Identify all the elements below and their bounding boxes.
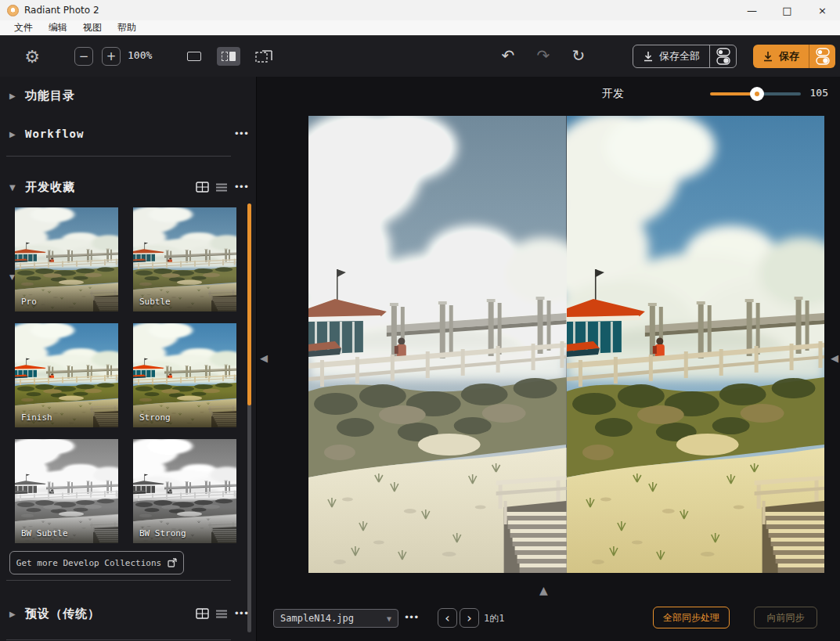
- preset-label: Strong: [139, 412, 171, 423]
- preset-thumbnail-finish[interactable]: Finish: [15, 323, 118, 427]
- collections-menu-icon[interactable]: •••: [234, 182, 248, 193]
- feature-catalog-label: 功能目录: [25, 88, 75, 103]
- workflow-menu-icon[interactable]: •••: [234, 128, 248, 139]
- title-bar: Radiant Photo 2 — □ ×: [0, 0, 840, 20]
- before-after-view: [308, 116, 824, 573]
- save-button-group: 保存: [753, 45, 835, 68]
- develop-slider-value: 105: [810, 87, 828, 99]
- app-logo-icon: [7, 5, 19, 16]
- expand-right-panel-icon[interactable]: ◀: [831, 352, 838, 364]
- save-all-label: 保存全部: [659, 49, 700, 63]
- preset-thumbnail-bw-subtle[interactable]: BW Subtle: [15, 439, 118, 543]
- divider: [6, 639, 231, 640]
- preset-thumbnail-bw-strong[interactable]: BW Strong: [133, 439, 236, 543]
- scrollbar-thumb[interactable]: [247, 203, 251, 405]
- dropdown-arrow-icon: ▼: [387, 614, 391, 623]
- section-presets-legacy[interactable]: ▶ 预设（传统） •••: [0, 603, 256, 625]
- menu-help[interactable]: 帮助: [110, 21, 144, 34]
- sidebar-scrollbar[interactable]: [247, 203, 251, 632]
- divider: [6, 156, 231, 157]
- sync-forward-button[interactable]: 向前同步: [754, 607, 817, 628]
- grid-view-icon[interactable]: [196, 182, 209, 193]
- menu-bar: 文件 编辑 视图 帮助: [0, 20, 840, 36]
- get-more-label: Get more Develop Collections: [16, 558, 161, 568]
- save-all-options-toggle[interactable]: [710, 45, 736, 67]
- preset-thumbnail-strong[interactable]: Strong: [133, 323, 236, 427]
- zoom-out-button[interactable]: −: [74, 47, 93, 66]
- toggle-switches-icon: [816, 48, 830, 65]
- preset-thumbnail-subtle[interactable]: Subtle: [133, 207, 236, 311]
- filename-dropdown[interactable]: SampleN14.jpg ▼: [273, 609, 398, 628]
- compare-view-button[interactable]: [252, 47, 276, 66]
- single-view-button[interactable]: [182, 47, 206, 66]
- develop-collections-label: 开发收藏: [25, 180, 75, 195]
- sync-all-button[interactable]: 全部同步处理: [653, 607, 730, 628]
- minimize-button[interactable]: —: [734, 0, 770, 20]
- download-icon: [643, 51, 654, 62]
- main-canvas: 开发 105 ◀ ◀ ▲ SampleN14.jpg ▼ ••• ‹ › 1的1…: [256, 77, 840, 641]
- expand-bottom-panel-icon[interactable]: ▲: [539, 584, 548, 596]
- preset-label: Pro: [21, 297, 37, 307]
- divider: [6, 580, 231, 581]
- get-more-collections-button[interactable]: Get more Develop Collections: [9, 551, 184, 574]
- develop-slider[interactable]: [710, 90, 801, 98]
- toggle-switches-icon: [716, 48, 730, 65]
- chevron-right-icon: ▶: [9, 610, 25, 618]
- split-view-button[interactable]: [217, 47, 240, 66]
- toolbar: ⚙ − + 100% ↶ ↷ ↻ 保存全部: [0, 36, 840, 77]
- preset-label: Subtle: [139, 297, 171, 307]
- chevron-down-icon: ▼: [9, 183, 25, 192]
- zoom-level: 100%: [128, 49, 152, 61]
- section-develop-collections[interactable]: ▼ 开发收藏 •••: [0, 176, 256, 198]
- after-image[interactable]: [567, 116, 825, 573]
- list-view-icon[interactable]: [215, 182, 228, 193]
- save-options-toggle[interactable]: [809, 45, 835, 68]
- presets-menu-icon[interactable]: •••: [234, 608, 248, 619]
- settings-gear-icon[interactable]: ⚙: [20, 45, 44, 68]
- collapse-left-panel-icon[interactable]: ◀: [260, 352, 268, 364]
- menu-file[interactable]: 文件: [6, 21, 41, 34]
- image-pager: 1的1: [484, 612, 504, 625]
- compare-view-icon: [255, 50, 272, 63]
- filename-label: SampleN14.jpg: [280, 613, 354, 624]
- menu-edit[interactable]: 编辑: [41, 21, 75, 34]
- grid-view-icon[interactable]: [196, 608, 209, 619]
- workflow-label: Workflow: [25, 128, 84, 140]
- maximize-button[interactable]: □: [770, 0, 805, 20]
- external-link-icon: [168, 558, 177, 567]
- save-all-button[interactable]: 保存全部: [633, 45, 709, 67]
- redo-icon[interactable]: ↷: [533, 45, 553, 66]
- file-menu-icon[interactable]: •••: [404, 612, 418, 623]
- develop-slider-label: 开发: [602, 87, 624, 101]
- window-title: Radiant Photo 2: [24, 5, 99, 16]
- save-button[interactable]: 保存: [753, 45, 809, 68]
- before-image[interactable]: [308, 116, 567, 573]
- section-feature-catalog[interactable]: ▶ 功能目录: [0, 85, 256, 106]
- preset-label: BW Strong: [139, 528, 186, 538]
- preset-thumbnail-pro[interactable]: Pro: [15, 207, 118, 311]
- close-button[interactable]: ×: [805, 0, 840, 20]
- next-image-button[interactable]: ›: [460, 608, 479, 628]
- reset-icon[interactable]: ↻: [568, 45, 589, 66]
- presets-legacy-label: 预设（传统）: [25, 607, 100, 621]
- preset-label: Finish: [21, 412, 52, 423]
- undo-icon[interactable]: ↶: [498, 45, 518, 66]
- menu-view[interactable]: 视图: [75, 21, 110, 34]
- single-view-icon: [187, 52, 201, 61]
- save-all-button-group: 保存全部: [633, 45, 737, 68]
- chevron-right-icon: ▶: [9, 92, 25, 100]
- preset-label: BW Subtle: [21, 528, 68, 538]
- save-label: 保存: [779, 49, 799, 63]
- previous-image-button[interactable]: ‹: [438, 608, 457, 628]
- zoom-in-button[interactable]: +: [102, 47, 121, 66]
- chevron-right-icon: ▶: [9, 130, 25, 139]
- split-view-icon: [222, 52, 236, 61]
- download-icon: [762, 51, 773, 62]
- left-sidebar: ▶ 功能目录 ▶ Workflow ••• ▼ 开发收藏 •••: [0, 77, 256, 641]
- list-view-icon[interactable]: [215, 609, 228, 619]
- section-workflow[interactable]: ▶ Workflow •••: [0, 123, 256, 145]
- slider-thumb[interactable]: [750, 87, 764, 101]
